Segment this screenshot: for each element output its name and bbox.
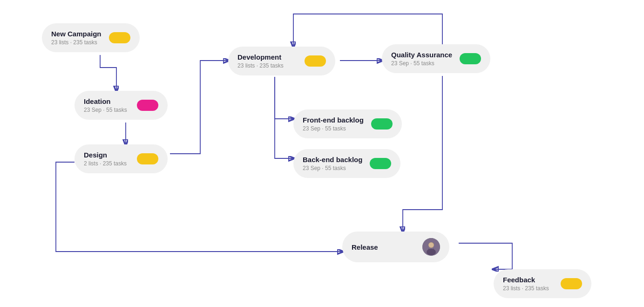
- badge-new-campaign: [109, 32, 130, 43]
- node-title-frontend: Front-end backlog: [303, 116, 364, 124]
- node-design[interactable]: Design 2 lists · 235 tasks: [75, 144, 168, 173]
- node-quality-assurance[interactable]: Quality Assurance 23 Sep · 55 tasks: [382, 44, 490, 73]
- badge-ideation: [137, 100, 158, 111]
- node-subtitle-design: 2 lists · 235 tasks: [84, 160, 127, 167]
- node-ideation[interactable]: Ideation 23 Sep · 55 tasks: [75, 91, 168, 120]
- node-title-backend: Back-end backlog: [303, 156, 362, 164]
- node-subtitle-development: 23 lists · 235 tasks: [237, 62, 284, 69]
- badge-frontend: [371, 118, 393, 130]
- node-backend-backlog[interactable]: Back-end backlog 23 Sep · 55 tasks: [293, 149, 400, 178]
- node-new-campaign[interactable]: New Campaign 23 lists · 235 tasks: [42, 23, 140, 52]
- badge-development: [305, 55, 326, 67]
- node-frontend-backlog[interactable]: Front-end backlog 23 Sep · 55 tasks: [293, 109, 402, 138]
- node-subtitle-feedback: 23 lists · 235 tasks: [503, 285, 549, 292]
- node-release[interactable]: Release: [342, 232, 449, 262]
- node-title-release: Release: [352, 243, 378, 251]
- svg-point-3: [429, 243, 434, 247]
- badge-qa: [460, 53, 481, 64]
- badge-feedback: [561, 278, 582, 289]
- node-subtitle-backend: 23 Sep · 55 tasks: [303, 165, 362, 171]
- node-title-ideation: Ideation: [84, 97, 127, 105]
- node-subtitle-frontend: 23 Sep · 55 tasks: [303, 125, 364, 132]
- node-title-development: Development: [237, 53, 284, 61]
- node-subtitle-qa: 23 Sep · 55 tasks: [391, 60, 452, 67]
- node-title-design: Design: [84, 151, 127, 159]
- node-title-qa: Quality Assurance: [391, 51, 452, 59]
- node-title-feedback: Feedback: [503, 276, 549, 284]
- avatar-release: [422, 238, 440, 256]
- badge-design: [137, 153, 158, 164]
- node-title-new-campaign: New Campaign: [51, 30, 102, 38]
- node-feedback[interactable]: Feedback 23 lists · 235 tasks: [494, 269, 591, 298]
- node-subtitle-new-campaign: 23 lists · 235 tasks: [51, 39, 102, 46]
- node-development[interactable]: Development 23 lists · 235 tasks: [228, 47, 335, 75]
- node-subtitle-ideation: 23 Sep · 55 tasks: [84, 107, 127, 113]
- workflow-canvas: New Campaign 23 lists · 235 tasks Ideati…: [0, 0, 644, 307]
- badge-backend: [370, 158, 391, 169]
